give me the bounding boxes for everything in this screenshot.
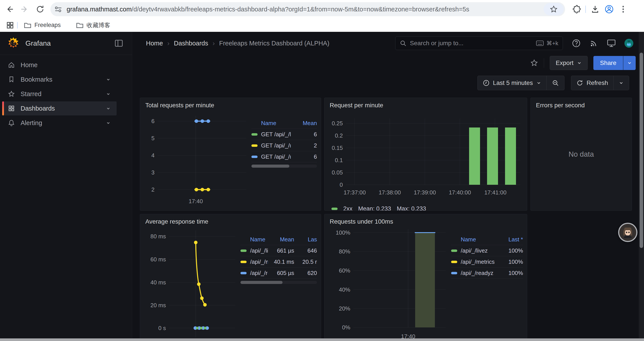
- search-input[interactable]: Search or jump to... ⌘+k: [395, 37, 563, 50]
- expand-chevron-icon[interactable]: [106, 120, 111, 126]
- export-button[interactable]: Export: [550, 56, 588, 70]
- sidebar-menu: Home Bookmarks Starred Dashboards Alerti…: [0, 55, 132, 130]
- legend-header: Name Mean: [252, 118, 317, 129]
- downloads-button[interactable]: [590, 5, 600, 14]
- series-last: 20.5 r: [300, 258, 317, 265]
- share-label: Share: [600, 60, 616, 67]
- kiosk-mode-button[interactable]: [607, 39, 616, 48]
- series-name[interactable]: GET /api/_/livez: [261, 131, 291, 138]
- area-fill-100pct[interactable]: [415, 233, 435, 327]
- browser-back-button[interactable]: [4, 3, 15, 15]
- legend-col-name[interactable]: Name: [261, 120, 291, 127]
- series-name[interactable]: /api/_/livez: [461, 247, 497, 254]
- reload-icon: [36, 5, 44, 14]
- legend-col-last[interactable]: Last *: [497, 236, 523, 243]
- series-name[interactable]: 2xx: [343, 205, 352, 211]
- sidebar-item-alerting[interactable]: Alerting: [2, 116, 116, 130]
- expand-chevron-icon[interactable]: [106, 91, 111, 97]
- share-dropdown-button[interactable]: [623, 56, 636, 70]
- svg-text:17:40:00: 17:40:00: [449, 189, 471, 196]
- collapse-sidebar-button[interactable]: [114, 39, 123, 47]
- expand-chevron-icon[interactable]: [106, 77, 111, 82]
- breadcrumb-home[interactable]: Home: [146, 40, 163, 47]
- horizontal-scrollbar[interactable]: [0, 338, 644, 341]
- bookmark-folder-blogs[interactable]: 收藏博客: [74, 20, 113, 31]
- series-name[interactable]: GET /api/_/readyz: [261, 153, 291, 160]
- help-button[interactable]: [572, 39, 581, 48]
- breadcrumb-dashboards[interactable]: Dashboards: [174, 40, 208, 47]
- grafana-logo: [7, 37, 20, 50]
- breadcrumb-separator: ›: [212, 40, 215, 47]
- sidebar-item-dashboards[interactable]: Dashboards: [2, 101, 116, 115]
- sidebar-item-label: Bookmarks: [20, 76, 52, 83]
- legend-col-mean[interactable]: Mean: [291, 120, 317, 127]
- series-color-pill[interactable]: [451, 261, 457, 263]
- sidebar-item-home[interactable]: Home: [2, 58, 116, 72]
- bar-2xx[interactable]: [487, 128, 498, 185]
- legend-col-mean[interactable]: Mean: [268, 236, 294, 243]
- legend-scrollbar[interactable]: [240, 281, 317, 284]
- user-avatar[interactable]: [624, 39, 634, 48]
- series-name[interactable]: /api/_/readyz: [250, 270, 268, 276]
- refresh-interval-dropdown[interactable]: [613, 76, 629, 90]
- legend-col-last[interactable]: Las: [300, 236, 317, 243]
- legend-scrollbar[interactable]: [252, 165, 317, 168]
- series-color-pill[interactable]: [240, 261, 246, 263]
- sidebar-item-label: Starred: [20, 90, 42, 98]
- panel-title[interactable]: Average response time: [145, 218, 208, 225]
- expand-chevron-icon[interactable]: [106, 106, 111, 111]
- series-color-pill[interactable]: [451, 272, 457, 274]
- zoom-out-time-button[interactable]: [546, 76, 564, 90]
- news-button[interactable]: [589, 39, 598, 48]
- series-color-pill[interactable]: [252, 133, 258, 136]
- refresh-button[interactable]: Refresh: [571, 76, 613, 90]
- series-color-pill[interactable]: [332, 208, 338, 210]
- address-bar[interactable]: grafana.mathmast.com/d/deytv4rwavabkb/fr…: [50, 2, 565, 16]
- bar-2xx[interactable]: [505, 128, 516, 185]
- series-color-pill[interactable]: [252, 144, 258, 147]
- svg-text:17:40: 17:40: [188, 198, 203, 204]
- series-color-pill[interactable]: [252, 156, 258, 158]
- browser-profile-button[interactable]: [604, 5, 614, 14]
- series-name[interactable]: /api/_/livez: [250, 247, 268, 254]
- bar-chart: 0.25 0.2 0.15 0.1 0.05 0 17:37:00 17:38:…: [328, 110, 524, 202]
- series-name[interactable]: /api/_/metrics: [461, 258, 497, 265]
- search-icon: [400, 40, 406, 47]
- panel-title[interactable]: Total requests per minute: [145, 102, 214, 109]
- browser-forward-button[interactable]: [19, 3, 31, 15]
- share-button[interactable]: Share: [593, 56, 623, 70]
- panel-body: 100% 80% 60% 40% 20% 0% 17:40 Name: [324, 225, 527, 341]
- series-mean: Mean: 0.233: [358, 205, 391, 211]
- panel-requests-under-100ms: Requests under 100ms 100% 80% 60% 40% 20…: [324, 214, 527, 341]
- legend-col-name[interactable]: Name: [461, 236, 497, 243]
- bookmark-page-button[interactable]: [544, 3, 564, 15]
- panel-title[interactable]: Request per minute: [330, 102, 383, 109]
- floating-assistant-avatar[interactable]: [618, 223, 638, 242]
- sidebar-item-starred[interactable]: Starred: [2, 87, 116, 101]
- sidebar-item-label: Home: [20, 62, 38, 69]
- url-text[interactable]: grafana.mathmast.com/d/deytv4rwavabkb/fr…: [67, 6, 469, 13]
- browser-reload-button[interactable]: [34, 3, 46, 15]
- series-mean: 6: [291, 131, 317, 138]
- site-settings-button[interactable]: [54, 5, 63, 14]
- bar-2xx[interactable]: [469, 128, 480, 185]
- apps-shortcut-button[interactable]: [5, 21, 15, 30]
- series-name[interactable]: /api/_/metrics: [250, 258, 268, 265]
- browser-menu-button[interactable]: [618, 5, 628, 14]
- sidebar-item-bookmarks[interactable]: Bookmarks: [2, 72, 116, 87]
- favorite-dashboard-button[interactable]: [530, 59, 538, 67]
- breadcrumb-current: Freeleaps Metrics Dashboard (ALPHA): [219, 40, 330, 47]
- panel-title[interactable]: Requests under 100ms: [330, 218, 393, 225]
- bookmark-folder-freeleaps[interactable]: Freeleaps: [21, 21, 63, 30]
- vertical-scrollbar-thumb[interactable]: [640, 53, 643, 248]
- legend-col-name[interactable]: Name: [250, 236, 268, 243]
- extensions-button[interactable]: [571, 5, 581, 14]
- series-color-pill[interactable]: [240, 272, 246, 274]
- svg-text:0 s: 0 s: [158, 325, 166, 331]
- series-color-pill[interactable]: [451, 249, 457, 252]
- time-range-picker[interactable]: Last 5 minutes: [478, 76, 546, 90]
- series-color-pill[interactable]: [240, 249, 246, 252]
- series-name[interactable]: /api/_/readyz: [461, 270, 497, 276]
- series-name[interactable]: GET /api/_/metrics: [261, 142, 291, 149]
- zoom-out-icon: [552, 80, 559, 87]
